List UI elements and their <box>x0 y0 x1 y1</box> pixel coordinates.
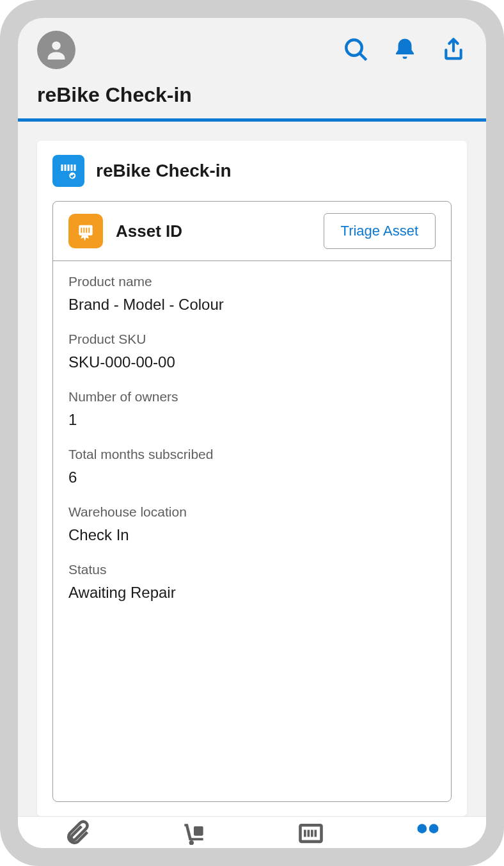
nav-item-2[interactable] <box>178 819 209 845</box>
card-header: reBike Check-in <box>52 155 452 187</box>
field-months: Total months subscribed 6 <box>68 447 436 486</box>
nav-item-4[interactable] <box>413 819 443 845</box>
top-bar <box>18 18 486 76</box>
checkin-card: reBike Check-in <box>37 141 467 816</box>
bell-icon <box>391 36 418 63</box>
search-icon <box>343 36 370 63</box>
barcode-check-icon <box>59 161 78 180</box>
triage-button[interactable]: Triage Asset <box>324 213 436 249</box>
svg-point-22 <box>429 824 438 833</box>
paperclip-icon <box>63 819 91 845</box>
asset-title: Asset ID <box>116 221 182 241</box>
field-label: Product name <box>68 274 436 289</box>
svg-line-2 <box>359 53 366 60</box>
person-icon <box>43 37 69 63</box>
share-button[interactable] <box>440 36 467 63</box>
svg-rect-15 <box>194 826 203 836</box>
field-value: 1 <box>68 411 436 429</box>
page-title: reBike Check-in <box>18 76 486 118</box>
field-value: SKU-000-00-00 <box>68 353 436 371</box>
card-badge <box>52 155 84 187</box>
asset-header-left: Asset ID <box>68 214 182 248</box>
asset-badge <box>68 214 103 248</box>
share-icon <box>441 37 466 63</box>
field-owners: Number of owners 1 <box>68 389 436 429</box>
field-label: Warehouse location <box>68 504 436 520</box>
card-title: reBike Check-in <box>96 161 232 181</box>
field-product-sku: Product SKU SKU-000-00-00 <box>68 332 436 371</box>
top-actions <box>343 36 467 63</box>
nav-item-3[interactable] <box>295 819 326 845</box>
field-value: Awaiting Repair <box>68 584 436 602</box>
asset-panel: Asset ID Triage Asset Product name Brand… <box>52 201 452 802</box>
field-product-name: Product name Brand - Model - Colour <box>68 274 436 314</box>
svg-point-1 <box>346 40 362 56</box>
field-value: Check In <box>68 526 436 544</box>
content-area: reBike Check-in <box>18 122 486 816</box>
field-value: 6 <box>68 469 436 486</box>
field-label: Product SKU <box>68 332 436 347</box>
nav-item-1[interactable] <box>61 819 92 845</box>
field-label: Number of owners <box>68 389 436 405</box>
asset-fields: Product name Brand - Model - Colour Prod… <box>53 261 451 608</box>
field-warehouse: Warehouse location Check In <box>68 504 436 544</box>
svg-point-21 <box>417 824 427 833</box>
screen: reBike Check-in <box>18 18 486 848</box>
field-value: Brand - Model - Colour <box>68 296 436 314</box>
device-frame: reBike Check-in <box>0 0 504 866</box>
field-status: Status Awaiting Repair <box>68 562 436 602</box>
field-label: Total months subscribed <box>68 447 436 462</box>
svg-point-0 <box>52 42 60 50</box>
notifications-button[interactable] <box>391 36 418 63</box>
asset-header: Asset ID Triage Asset <box>53 202 451 261</box>
barcode-nav-icon <box>297 819 325 845</box>
dolly-icon <box>180 819 208 845</box>
bottom-nav <box>18 816 486 848</box>
profile-avatar[interactable] <box>37 31 75 69</box>
barcode-icon <box>75 221 96 241</box>
active-nav-icon <box>414 819 442 845</box>
search-button[interactable] <box>343 36 370 63</box>
field-label: Status <box>68 562 436 577</box>
svg-point-14 <box>189 840 193 845</box>
